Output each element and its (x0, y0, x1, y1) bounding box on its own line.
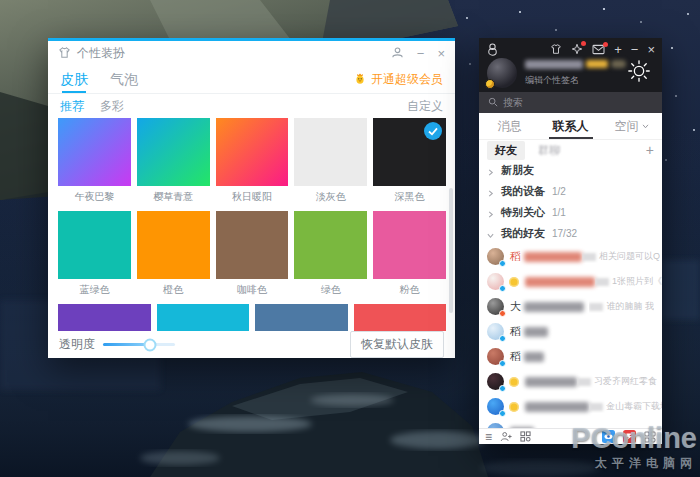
user-avatar[interactable] (487, 58, 517, 88)
skin-swatch[interactable] (157, 304, 250, 331)
dialog-footer: 透明度 恢复默认皮肤 (48, 331, 455, 358)
skin-swatch[interactable] (58, 211, 131, 279)
skin-swatch[interactable] (137, 211, 210, 279)
friend-name-blurred (524, 252, 582, 262)
skin-swatch[interactable] (58, 118, 131, 186)
chevron-right-icon (487, 204, 494, 222)
add-contact-button[interactable]: + (646, 143, 654, 157)
tab-messages[interactable]: 消息 (479, 113, 540, 139)
vip-sun-icon (509, 277, 519, 287)
friend-row[interactable]: 稻 (479, 319, 662, 344)
friend-row[interactable]: 稻 (479, 344, 662, 369)
swatch-label: 橙色 (137, 283, 210, 296)
apps-grid-icon[interactable] (520, 431, 531, 442)
minimize-button[interactable]: − (631, 43, 639, 56)
friend-row[interactable]: 大谁的腩腩 我 (479, 294, 662, 319)
signature-placeholder[interactable]: 编辑个性签名 (525, 74, 626, 87)
profile-row: 编辑个性签名 (479, 57, 662, 88)
skin-swatch[interactable] (294, 118, 367, 186)
dressup-shirt-icon[interactable] (550, 43, 562, 55)
swatch-cell: 午夜巴黎 (58, 118, 131, 203)
search-icon (488, 97, 498, 109)
friend-name-blurred (524, 302, 584, 312)
dialog-title: 个性装扮 (77, 45, 125, 62)
svip-penguin-icon (353, 71, 367, 88)
skin-swatch[interactable] (216, 118, 289, 186)
skin-swatch[interactable] (354, 304, 447, 331)
swatch-label: 深黑色 (373, 190, 446, 203)
contact-group-row[interactable]: 我的设备1/2 (479, 181, 662, 202)
swatch-cell: 粉色 (373, 211, 446, 296)
account-icon[interactable] (391, 46, 404, 61)
tab-contacts[interactable]: 联系人 (540, 113, 601, 139)
qq-kandian-icon[interactable] (602, 430, 615, 443)
selected-check-icon (424, 122, 442, 140)
opacity-slider-thumb[interactable] (143, 338, 156, 351)
friend-status-text: 相关问题可以Q (599, 250, 660, 263)
svip-upsell[interactable]: 开通超级会员 (353, 71, 443, 88)
dialog-filter-row: 推荐 多彩 自定义 (48, 94, 455, 118)
notification-dot (603, 42, 608, 47)
search-bar[interactable]: 搜索 (479, 92, 662, 113)
swatch-cell: 淡灰色 (294, 118, 367, 203)
mail-icon[interactable] (592, 44, 605, 55)
friend-row[interactable]: 稻相关问题可以Q (479, 244, 662, 269)
status-blurred (589, 303, 603, 311)
friend-row[interactable] (479, 419, 662, 428)
filter-customize[interactable]: 自定义 (407, 98, 443, 115)
skin-swatch[interactable] (216, 211, 289, 279)
swatch-label: 咖啡色 (216, 283, 289, 296)
personalization-dialog: 个性装扮 − × 皮肤 气泡 开通超级会员 推荐 多彩 自定义 (48, 38, 455, 358)
skin-swatch[interactable] (255, 304, 348, 331)
swatch-row: 午夜巴黎樱草青意秋日暖阳淡灰色深黑色 (58, 118, 446, 203)
username-blurred (525, 60, 583, 69)
group-label: 特别关心 (501, 205, 545, 220)
close-button[interactable]: × (647, 43, 655, 56)
group-count: 17/32 (552, 228, 577, 239)
close-button[interactable]: × (437, 47, 445, 60)
friend-name (525, 402, 589, 412)
status-blurred (595, 278, 609, 286)
skin-swatch[interactable] (294, 211, 367, 279)
status-blurred (577, 378, 591, 386)
friend-row[interactable]: 金山毒霸下载地址 (479, 394, 662, 419)
dialog-scrollbar[interactable] (449, 188, 453, 313)
tencent-news-icon[interactable] (623, 430, 636, 443)
skin-swatch[interactable] (373, 211, 446, 279)
dialog-titlebar: 个性装扮 − × (48, 41, 455, 66)
app-panel-icon[interactable] (644, 431, 656, 443)
opacity-slider[interactable] (103, 343, 175, 346)
contact-group-row[interactable]: 我的好友17/32 (479, 223, 662, 244)
contact-group-row[interactable]: 特别关心1/1 (479, 202, 662, 223)
skin-swatch[interactable] (373, 118, 446, 186)
sparkle-icon[interactable] (571, 43, 583, 55)
tab-skin[interactable]: 皮肤 (60, 66, 88, 93)
main-menu-icon[interactable]: ≡ (485, 431, 492, 443)
filter-colorful[interactable]: 多彩 (100, 98, 124, 115)
minimize-button[interactable]: − (417, 47, 425, 60)
skin-swatch[interactable] (137, 118, 210, 186)
contact-group-row[interactable]: 新朋友 (479, 160, 662, 181)
skin-swatch[interactable] (58, 304, 151, 331)
add-friend-icon[interactable] (500, 431, 512, 442)
contact-list: 新朋友我的设备1/2特别关心1/1我的好友17/32稻相关问题可以Q1张照片到《… (479, 160, 662, 428)
swatch-cell: 樱草青意 (137, 118, 210, 203)
friend-name-blurred (525, 277, 595, 287)
search-placeholder: 搜索 (503, 96, 523, 110)
subtab-friends[interactable]: 好友 (487, 141, 525, 160)
reset-skin-button[interactable]: 恢复默认皮肤 (350, 331, 444, 358)
add-window-button[interactable]: + (614, 43, 622, 56)
friend-row[interactable]: 1张照片到《本人》 (479, 269, 662, 294)
filter-recommended[interactable]: 推荐 (60, 98, 84, 115)
friend-row[interactable]: 习爱齐网红零食》 (479, 369, 662, 394)
swatch-label: 午夜巴黎 (58, 190, 131, 203)
swatch-label: 蓝绿色 (58, 283, 131, 296)
subtab-groups[interactable]: 群聊 (538, 143, 560, 158)
tab-qzone[interactable]: 空间 (601, 113, 662, 139)
desktop: 个性装扮 − × 皮肤 气泡 开通超级会员 推荐 多彩 自定义 (0, 0, 700, 477)
swatch-label: 粉色 (373, 283, 446, 296)
theme-sun-icon[interactable] (626, 58, 652, 88)
chevron-right-icon (487, 183, 494, 201)
tab-bubble[interactable]: 气泡 (110, 66, 138, 93)
group-label: 新朋友 (501, 163, 534, 178)
